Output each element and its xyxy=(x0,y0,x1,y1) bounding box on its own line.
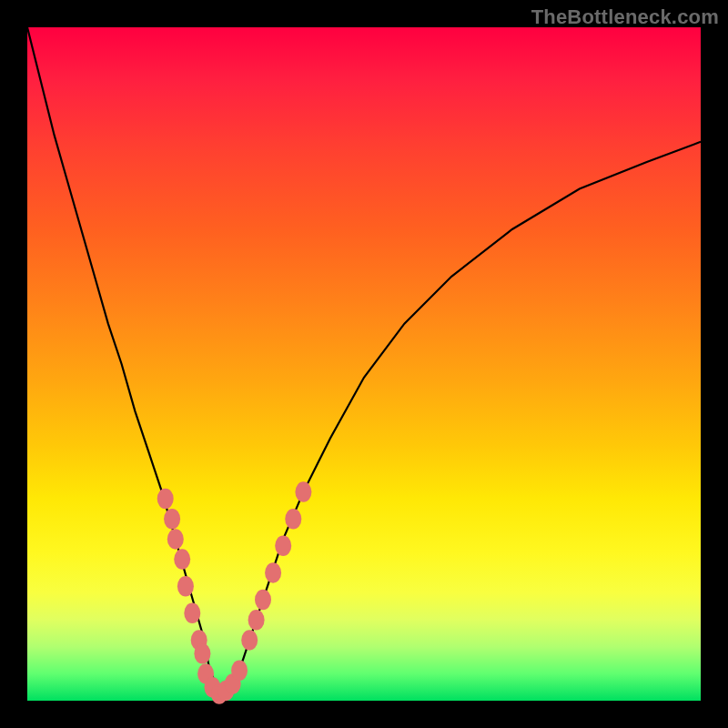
curve-markers xyxy=(157,481,312,704)
chart-frame: TheBottleneck.com xyxy=(0,0,728,728)
data-marker xyxy=(241,630,258,651)
plot-area xyxy=(27,27,701,701)
bottleneck-curve xyxy=(27,27,701,701)
data-marker xyxy=(285,509,301,530)
curve-line xyxy=(27,27,701,694)
data-marker xyxy=(177,576,194,597)
data-marker xyxy=(265,562,281,583)
data-marker xyxy=(255,590,271,611)
data-marker xyxy=(164,509,180,530)
data-marker xyxy=(167,529,184,550)
data-marker xyxy=(157,489,174,510)
data-marker xyxy=(194,643,210,664)
data-marker xyxy=(231,660,248,681)
data-marker xyxy=(174,549,190,570)
data-marker xyxy=(184,603,200,624)
data-marker xyxy=(275,536,291,557)
watermark-label: TheBottleneck.com xyxy=(531,5,719,29)
data-marker xyxy=(248,610,265,631)
data-marker xyxy=(295,481,311,502)
